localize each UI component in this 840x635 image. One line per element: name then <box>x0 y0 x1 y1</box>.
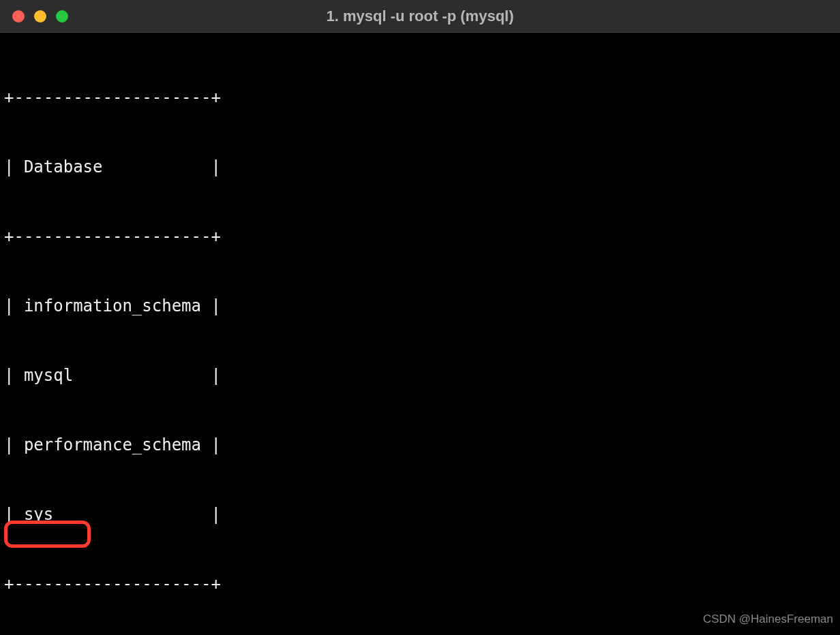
terminal-line: | mysql | <box>4 364 836 387</box>
watermark-text: CSDN @HainesFreeman <box>703 608 833 631</box>
terminal-line: | performance_schema | <box>4 433 836 456</box>
terminal-line: | sys | <box>4 503 836 526</box>
terminal-line: +--------------------+ <box>4 86 836 109</box>
maximize-icon[interactable] <box>56 10 68 22</box>
terminal-line: +--------------------+ <box>4 225 836 248</box>
window-titlebar: 1. mysql -u root -p (mysql) <box>0 0 840 33</box>
terminal-line: | Database | <box>4 155 836 179</box>
close-icon[interactable] <box>12 10 25 22</box>
terminal-area[interactable]: +--------------------+ | Database | +---… <box>0 33 840 635</box>
window-title: 1. mysql -u root -p (mysql) <box>0 7 840 25</box>
terminal-line: +--------------------+ <box>4 572 836 595</box>
traffic-lights <box>0 10 68 22</box>
terminal-line: | information_schema | <box>4 294 836 318</box>
minimize-icon[interactable] <box>34 10 46 22</box>
